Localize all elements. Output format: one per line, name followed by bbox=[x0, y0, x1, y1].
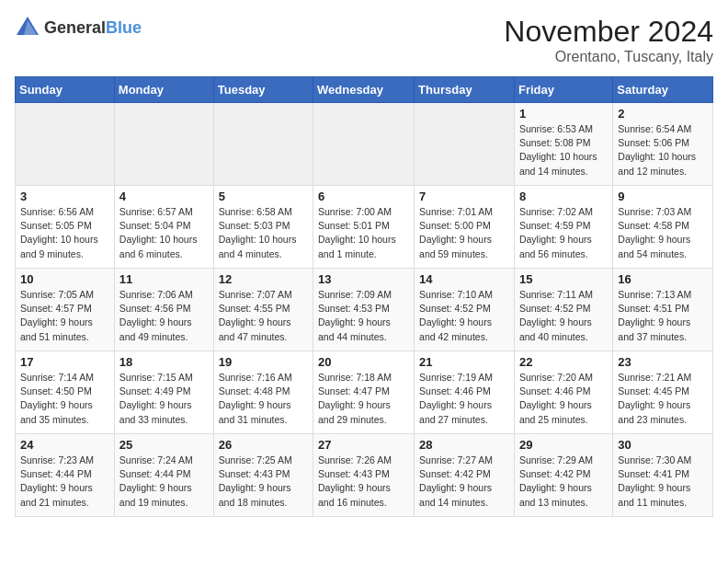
day-number: 10 bbox=[20, 272, 109, 286]
day-number: 26 bbox=[219, 438, 308, 452]
week-row-5: 24Sunrise: 7:23 AM Sunset: 4:44 PM Dayli… bbox=[16, 434, 713, 517]
calendar-cell: 15Sunrise: 7:11 AM Sunset: 4:52 PM Dayli… bbox=[514, 269, 612, 351]
day-number: 20 bbox=[318, 355, 409, 369]
day-number: 30 bbox=[618, 438, 708, 452]
day-number: 19 bbox=[219, 355, 308, 369]
day-number: 23 bbox=[618, 355, 708, 369]
day-number: 27 bbox=[318, 438, 409, 452]
calendar-cell bbox=[213, 103, 313, 186]
day-number: 4 bbox=[119, 190, 209, 203]
day-info: Sunrise: 6:56 AM Sunset: 5:05 PM Dayligh… bbox=[20, 205, 109, 261]
weekday-header-tuesday: Tuesday bbox=[213, 77, 313, 103]
calendar-cell: 13Sunrise: 7:09 AM Sunset: 4:53 PM Dayli… bbox=[313, 269, 415, 351]
day-info: Sunrise: 7:05 AM Sunset: 4:57 PM Dayligh… bbox=[20, 288, 109, 344]
day-info: Sunrise: 7:01 AM Sunset: 5:00 PM Dayligh… bbox=[419, 205, 509, 261]
day-number: 14 bbox=[419, 272, 509, 286]
calendar-cell: 17Sunrise: 7:14 AM Sunset: 4:50 PM Dayli… bbox=[16, 351, 115, 434]
logo: GeneralBlue bbox=[15, 15, 142, 40]
day-number: 28 bbox=[419, 438, 509, 452]
day-info: Sunrise: 6:58 AM Sunset: 5:03 PM Dayligh… bbox=[219, 205, 308, 261]
day-number: 16 bbox=[618, 272, 708, 286]
calendar-cell: 27Sunrise: 7:26 AM Sunset: 4:43 PM Dayli… bbox=[313, 434, 415, 517]
day-number: 6 bbox=[318, 190, 409, 203]
day-info: Sunrise: 7:09 AM Sunset: 4:53 PM Dayligh… bbox=[318, 288, 409, 344]
day-number: 2 bbox=[618, 107, 708, 121]
day-number: 5 bbox=[219, 190, 308, 203]
logo-general: General bbox=[44, 18, 106, 37]
weekday-header-wednesday: Wednesday bbox=[313, 77, 415, 103]
day-number: 3 bbox=[20, 190, 109, 203]
weekday-header-friday: Friday bbox=[514, 77, 612, 103]
weekday-header-saturday: Saturday bbox=[613, 77, 713, 103]
day-number: 1 bbox=[519, 107, 608, 121]
calendar-cell bbox=[114, 103, 213, 186]
calendar-cell bbox=[415, 103, 515, 186]
day-info: Sunrise: 7:06 AM Sunset: 4:56 PM Dayligh… bbox=[119, 288, 209, 344]
calendar-cell: 1Sunrise: 6:53 AM Sunset: 5:08 PM Daylig… bbox=[514, 103, 612, 186]
day-info: Sunrise: 7:16 AM Sunset: 4:48 PM Dayligh… bbox=[219, 371, 308, 427]
day-info: Sunrise: 7:26 AM Sunset: 4:43 PM Dayligh… bbox=[318, 454, 409, 510]
day-info: Sunrise: 6:53 AM Sunset: 5:08 PM Dayligh… bbox=[519, 122, 608, 178]
calendar-cell: 18Sunrise: 7:15 AM Sunset: 4:49 PM Dayli… bbox=[114, 351, 213, 434]
day-info: Sunrise: 7:24 AM Sunset: 4:44 PM Dayligh… bbox=[119, 454, 209, 510]
day-number: 29 bbox=[519, 438, 608, 452]
calendar-cell: 7Sunrise: 7:01 AM Sunset: 5:00 PM Daylig… bbox=[415, 186, 515, 269]
day-info: Sunrise: 7:18 AM Sunset: 4:47 PM Dayligh… bbox=[318, 371, 409, 427]
weekday-header-row: SundayMondayTuesdayWednesdayThursdayFrid… bbox=[16, 77, 713, 103]
day-number: 17 bbox=[20, 355, 109, 369]
calendar-cell: 29Sunrise: 7:29 AM Sunset: 4:42 PM Dayli… bbox=[514, 434, 612, 517]
day-info: Sunrise: 7:29 AM Sunset: 4:42 PM Dayligh… bbox=[519, 454, 608, 510]
logo-icon bbox=[15, 15, 40, 40]
calendar-cell: 21Sunrise: 7:19 AM Sunset: 4:46 PM Dayli… bbox=[415, 351, 515, 434]
calendar-cell: 8Sunrise: 7:02 AM Sunset: 4:59 PM Daylig… bbox=[514, 186, 612, 269]
title-block: November 2024 Orentano, Tuscany, Italy bbox=[504, 15, 713, 65]
day-info: Sunrise: 7:19 AM Sunset: 4:46 PM Dayligh… bbox=[419, 371, 509, 427]
day-number: 22 bbox=[519, 355, 608, 369]
day-info: Sunrise: 7:20 AM Sunset: 4:46 PM Dayligh… bbox=[519, 371, 608, 427]
calendar-cell: 20Sunrise: 7:18 AM Sunset: 4:47 PM Dayli… bbox=[313, 351, 415, 434]
day-info: Sunrise: 6:54 AM Sunset: 5:06 PM Dayligh… bbox=[618, 122, 708, 178]
calendar-cell: 22Sunrise: 7:20 AM Sunset: 4:46 PM Dayli… bbox=[514, 351, 612, 434]
calendar-cell: 2Sunrise: 6:54 AM Sunset: 5:06 PM Daylig… bbox=[613, 103, 713, 186]
day-info: Sunrise: 7:25 AM Sunset: 4:43 PM Dayligh… bbox=[219, 454, 308, 510]
calendar-table: SundayMondayTuesdayWednesdayThursdayFrid… bbox=[15, 76, 713, 517]
day-info: Sunrise: 7:14 AM Sunset: 4:50 PM Dayligh… bbox=[20, 371, 109, 427]
week-row-2: 3Sunrise: 6:56 AM Sunset: 5:05 PM Daylig… bbox=[16, 186, 713, 269]
calendar-cell: 9Sunrise: 7:03 AM Sunset: 4:58 PM Daylig… bbox=[613, 186, 713, 269]
calendar-body: 1Sunrise: 6:53 AM Sunset: 5:08 PM Daylig… bbox=[16, 103, 713, 517]
day-number: 9 bbox=[618, 190, 708, 203]
day-number: 11 bbox=[119, 272, 209, 286]
day-info: Sunrise: 7:10 AM Sunset: 4:52 PM Dayligh… bbox=[419, 288, 509, 344]
calendar-cell: 24Sunrise: 7:23 AM Sunset: 4:44 PM Dayli… bbox=[16, 434, 115, 517]
day-number: 13 bbox=[318, 272, 409, 286]
calendar-cell: 16Sunrise: 7:13 AM Sunset: 4:51 PM Dayli… bbox=[613, 269, 713, 351]
calendar-cell: 19Sunrise: 7:16 AM Sunset: 4:48 PM Dayli… bbox=[213, 351, 313, 434]
day-info: Sunrise: 7:21 AM Sunset: 4:45 PM Dayligh… bbox=[618, 371, 708, 427]
calendar-cell: 25Sunrise: 7:24 AM Sunset: 4:44 PM Dayli… bbox=[114, 434, 213, 517]
week-row-1: 1Sunrise: 6:53 AM Sunset: 5:08 PM Daylig… bbox=[16, 103, 713, 186]
calendar-cell bbox=[313, 103, 415, 186]
calendar-cell: 23Sunrise: 7:21 AM Sunset: 4:45 PM Dayli… bbox=[613, 351, 713, 434]
day-info: Sunrise: 7:07 AM Sunset: 4:55 PM Dayligh… bbox=[219, 288, 308, 344]
day-number: 8 bbox=[519, 190, 608, 203]
calendar-cell: 4Sunrise: 6:57 AM Sunset: 5:04 PM Daylig… bbox=[114, 186, 213, 269]
day-number: 7 bbox=[419, 190, 509, 203]
day-info: Sunrise: 7:15 AM Sunset: 4:49 PM Dayligh… bbox=[119, 371, 209, 427]
day-number: 18 bbox=[119, 355, 209, 369]
weekday-header-monday: Monday bbox=[114, 77, 213, 103]
day-info: Sunrise: 7:30 AM Sunset: 4:41 PM Dayligh… bbox=[618, 454, 708, 510]
day-number: 12 bbox=[219, 272, 308, 286]
weekday-header-sunday: Sunday bbox=[16, 77, 115, 103]
day-info: Sunrise: 7:13 AM Sunset: 4:51 PM Dayligh… bbox=[618, 288, 708, 344]
day-info: Sunrise: 7:23 AM Sunset: 4:44 PM Dayligh… bbox=[20, 454, 109, 510]
week-row-4: 17Sunrise: 7:14 AM Sunset: 4:50 PM Dayli… bbox=[16, 351, 713, 434]
calendar-cell: 3Sunrise: 6:56 AM Sunset: 5:05 PM Daylig… bbox=[16, 186, 115, 269]
calendar-cell: 28Sunrise: 7:27 AM Sunset: 4:42 PM Dayli… bbox=[415, 434, 515, 517]
weekday-header-thursday: Thursday bbox=[415, 77, 515, 103]
logo-blue: Blue bbox=[106, 18, 142, 37]
calendar-cell: 12Sunrise: 7:07 AM Sunset: 4:55 PM Dayli… bbox=[213, 269, 313, 351]
calendar-cell: 14Sunrise: 7:10 AM Sunset: 4:52 PM Dayli… bbox=[415, 269, 515, 351]
calendar-cell: 26Sunrise: 7:25 AM Sunset: 4:43 PM Dayli… bbox=[213, 434, 313, 517]
day-info: Sunrise: 7:02 AM Sunset: 4:59 PM Dayligh… bbox=[519, 205, 608, 261]
calendar-cell: 6Sunrise: 7:00 AM Sunset: 5:01 PM Daylig… bbox=[313, 186, 415, 269]
